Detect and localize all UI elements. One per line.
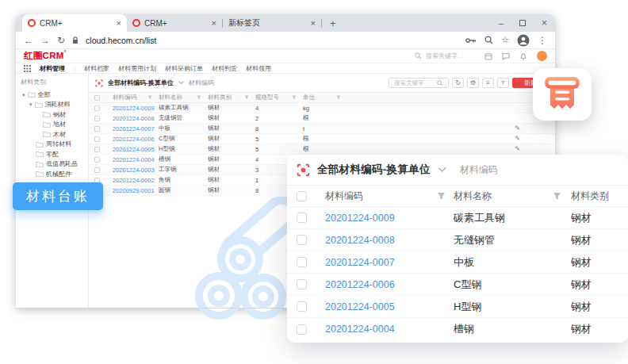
overlay-table-row[interactable]: 20201224-0007 中板 钢材 <box>287 251 628 274</box>
material-code-link[interactable]: 20201224-0007 <box>325 257 395 268</box>
user-avatar[interactable] <box>537 51 547 61</box>
overlay-table-row[interactable]: 20201224-0004 槽钢 钢材 <box>287 318 628 340</box>
column-header[interactable]: 材料类别 <box>208 94 232 102</box>
tab-close-icon[interactable]: × <box>212 19 216 28</box>
tree-item[interactable]: ▾ 周转材料 <box>21 140 88 150</box>
edit-pencil-icon[interactable]: ✎ <box>515 136 520 142</box>
message-icon[interactable] <box>502 52 510 60</box>
tree-item[interactable]: ▾ 全部 <box>21 90 88 100</box>
row-checkbox[interactable] <box>94 105 100 111</box>
row-checkbox[interactable] <box>94 167 100 173</box>
refresh-button[interactable]: ↻ <box>452 78 464 88</box>
column-header[interactable]: 单位 <box>303 94 315 102</box>
row-checkbox[interactable] <box>297 235 307 245</box>
material-code-link[interactable]: 20201224-0004 <box>325 324 395 335</box>
list-search-box[interactable] <box>389 78 449 88</box>
chevron-down-icon[interactable] <box>438 167 446 173</box>
settings-button[interactable]: ⚙ <box>467 78 479 88</box>
tree-item[interactable]: ▾ 消耗材料 <box>21 100 88 110</box>
material-code-link[interactable]: 20201224-0004 <box>113 156 155 163</box>
row-checkbox[interactable] <box>297 324 307 335</box>
tree-item[interactable]: ▾ 零配 <box>21 149 88 159</box>
funnel-icon[interactable] <box>147 95 152 100</box>
nav-item[interactable]: 材料领用 <box>246 64 271 73</box>
select-all-checkbox[interactable] <box>297 191 307 201</box>
view-field-label[interactable]: 材料编码 <box>189 79 214 87</box>
row-checkbox[interactable] <box>297 301 307 312</box>
tree-item[interactable]: ▾ 地材 <box>21 120 88 130</box>
overlay-view-field[interactable]: 材料编码 <box>460 163 498 177</box>
header-search-input[interactable] <box>424 52 475 60</box>
funnel-icon[interactable] <box>553 192 561 201</box>
material-code-link[interactable]: 20201224-0005 <box>113 146 155 153</box>
row-checkbox[interactable] <box>94 136 100 142</box>
nav-item-active[interactable]: 材料管理 <box>40 64 65 73</box>
key-icon[interactable] <box>465 37 477 44</box>
funnel-icon[interactable] <box>437 192 446 201</box>
overlay-table-row[interactable]: 20201224-0008 无缝钢管 钢材 <box>287 229 628 251</box>
edit-pencil-icon[interactable]: ✎ <box>515 125 520 132</box>
bell-icon[interactable] <box>519 52 527 60</box>
funnel-icon[interactable] <box>197 95 201 100</box>
chevron-down-icon[interactable] <box>178 81 184 85</box>
zoom-icon[interactable] <box>484 36 493 44</box>
tab-close-icon[interactable]: × <box>311 19 316 28</box>
table-row[interactable]: 20201224-0009 碳素工具钢 钢材 4 kg ✎ <box>89 103 555 113</box>
table-row[interactable]: 20201224-0007 中板 钢材 8 t ✎ <box>89 124 555 134</box>
table-row[interactable]: 20201224-0008 无缝钢管 钢材 2 根 ✎ <box>89 113 555 124</box>
maximize-icon[interactable] <box>519 20 526 26</box>
overlay-table-row[interactable]: 20201224-0006 C型钢 钢材 <box>287 274 628 296</box>
overlay-view-title[interactable]: 全部材料编码-换算单位 <box>317 163 431 177</box>
material-code-link[interactable]: 20200929-0001 <box>113 187 155 194</box>
column-header[interactable]: 材料编码 <box>113 94 136 102</box>
forward-icon[interactable]: → <box>40 36 50 45</box>
material-code-link[interactable]: 20201224-0005 <box>325 301 395 312</box>
tab-close-icon[interactable]: × <box>117 19 121 28</box>
tree-item[interactable]: ▾ 木材 <box>21 129 88 140</box>
column-header[interactable]: 材料编码 <box>325 190 363 203</box>
header-search[interactable] <box>415 52 475 60</box>
material-code-link[interactable]: 20201224-0008 <box>325 235 395 246</box>
table-row[interactable]: 20201224-0005 H型钢 钢材 5 根 ✎ <box>89 144 555 155</box>
material-code-link[interactable]: 20201224-0003 <box>113 167 155 174</box>
nav-item[interactable]: 材料到货 <box>212 64 237 73</box>
column-header[interactable]: 规格型号 <box>255 94 279 102</box>
row-checkbox[interactable] <box>94 147 100 152</box>
material-code-link[interactable]: 20201224-0008 <box>113 115 155 122</box>
row-checkbox[interactable] <box>94 126 100 132</box>
close-window-icon[interactable]: × <box>542 17 547 29</box>
url-text[interactable]: cloud.hecom.cn/list <box>86 36 156 45</box>
material-code-link[interactable]: 20201224-0006 <box>113 136 155 143</box>
row-checkbox[interactable] <box>297 279 307 289</box>
edit-pencil-icon[interactable]: ✎ <box>515 146 520 152</box>
list-view-button[interactable]: ≡ <box>482 78 494 88</box>
view-title[interactable]: 全部材料编码-换算单位 <box>108 79 174 87</box>
caret-down-icon[interactable]: ▾ <box>29 102 33 107</box>
row-checkbox[interactable] <box>94 157 100 163</box>
browser-tab-3[interactable]: 新标签页 × <box>223 14 321 32</box>
browser-tab-1[interactable]: CRM+ × <box>22 14 127 32</box>
calendar-icon[interactable] <box>484 52 492 60</box>
overlay-table-row[interactable]: 20201224-0009 碳素工具钢 钢材 <box>287 207 628 229</box>
column-header[interactable]: 材料类别 <box>571 190 609 201</box>
minimize-icon[interactable]: – <box>499 18 504 28</box>
row-checkbox[interactable] <box>297 213 307 223</box>
column-header[interactable]: 材料名称 <box>454 190 492 203</box>
apps-grid-icon[interactable] <box>24 65 31 72</box>
new-tab-button[interactable]: + <box>330 17 336 29</box>
row-checkbox[interactable] <box>94 116 100 121</box>
nav-item[interactable]: 材料采购订单 <box>165 64 203 73</box>
material-code-link[interactable]: 20201224-0006 <box>325 279 395 290</box>
bookmark-star-icon[interactable]: ☆ <box>501 35 509 45</box>
column-header[interactable]: 材料名称 <box>159 94 182 102</box>
filter-button[interactable] <box>497 78 509 88</box>
material-code-link[interactable]: 20201224-0002 <box>113 177 155 184</box>
funnel-icon[interactable] <box>244 95 249 100</box>
nav-item[interactable]: 材料需用计划 <box>118 64 156 73</box>
caret-down-icon[interactable]: ▾ <box>22 92 25 98</box>
profile-avatar-icon[interactable] <box>517 34 530 47</box>
browser-tab-2[interactable]: CRM+ × <box>127 14 222 32</box>
tree-item[interactable]: ▾ 低值易耗品 <box>21 159 88 170</box>
select-all-checkbox[interactable] <box>94 95 100 101</box>
material-code-link[interactable]: 20201224-0009 <box>113 105 155 112</box>
